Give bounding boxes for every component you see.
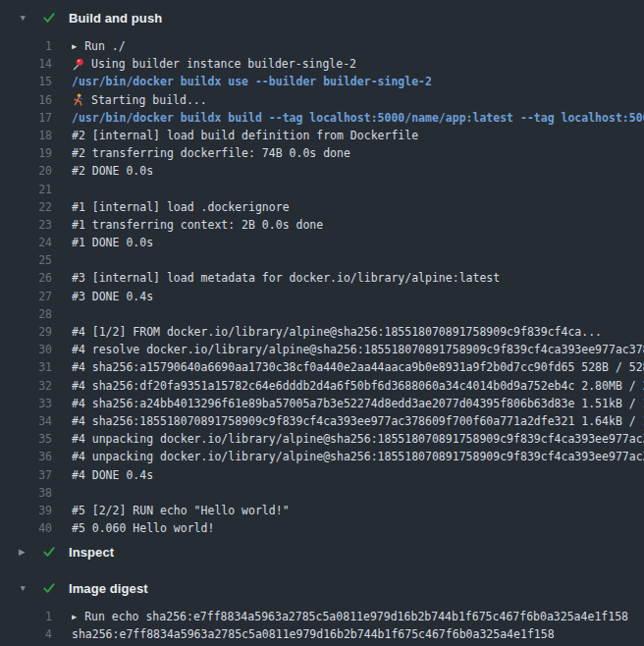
line-number[interactable]: 30 [0,341,52,358]
line-number[interactable]: 17 [0,109,52,127]
log-text: #4 sha256:a24bb4013296f61e89ba57005a7b3e… [72,395,644,412]
check-icon [42,582,69,594]
log-line: 28 [0,305,644,323]
log-line-text: /usr/bin/docker buildx build --tag local… [72,109,644,127]
line-number[interactable]: 38 [0,484,52,502]
line-number[interactable]: 16 [0,91,52,109]
log-line-text: #3 [internal] load metadata for docker.i… [72,269,644,287]
log-text: #2 transferring dockerfile: 74B 0.0s don… [72,144,350,162]
log-line: 30#4 resolve docker.io/library/alpine@sh… [0,341,644,358]
log-line-text: #2 transferring dockerfile: 74B 0.0s don… [72,144,644,162]
log-text: #1 [internal] load .dockerignore [72,198,290,216]
log-line: 29#4 [1/2] FROM docker.io/library/alpine… [0,323,644,341]
log-text: #3 [internal] load metadata for docker.i… [72,269,500,287]
line-number[interactable]: 19 [0,144,52,162]
log-text: #2 [internal] load build definition from… [72,127,418,144]
line-number[interactable]: 37 [0,466,52,484]
line-number[interactable]: 25 [0,251,52,269]
log-text: /usr/bin/docker buildx build --tag local… [72,109,644,127]
log-line-text: #5 0.060 Hello world! [72,519,644,537]
line-number[interactable]: 24 [0,234,52,251]
log-line-text: Starting build... [72,91,644,109]
log-text: #4 unpacking docker.io/library/alpine@sh… [72,448,644,465]
log-line-text: /usr/bin/docker buildx use --builder bui… [72,73,644,90]
log-line-text: #4 sha256:a24bb4013296f61e89ba57005a7b3e… [72,395,644,412]
log-text: #5 0.060 Hello world! [72,519,214,537]
log-line: 37#4 DONE 0.4s [0,466,644,484]
section-body-image-digest: 1▶Run echo sha256:e7ff8834a5963a2785c5a0… [0,603,644,643]
log-line: 23#1 transferring context: 2B 0.0s done [0,216,644,234]
log-line: 16Starting build... [0,91,644,109]
log-line-text: #4 resolve docker.io/library/alpine@sha2… [72,341,644,358]
line-number[interactable]: 33 [0,395,52,412]
log-text: #1 transferring context: 2B 0.0s done [72,216,323,234]
log-line-text: #1 [internal] load .dockerignore [72,198,644,216]
section-body-build-and-push: 1▶Run ./14Using builder instance builder… [0,32,644,537]
line-number[interactable]: 28 [0,305,52,323]
line-number[interactable]: 18 [0,127,52,144]
log-text: Run echo sha256:e7ff8834a5963a2785c5a081… [84,608,628,625]
log-line-text: #4 [1/2] FROM docker.io/library/alpine@s… [72,323,644,341]
log-text: /usr/bin/docker buildx use --builder bui… [72,73,432,90]
log-line-text [72,305,644,323]
log-text: #2 DONE 0.0s [72,162,153,180]
log-line: 17/usr/bin/docker buildx build --tag loc… [0,109,644,127]
line-number[interactable]: 35 [0,430,52,448]
log-line-text: #4 unpacking docker.io/library/alpine@sh… [72,430,644,448]
play-icon[interactable]: ▶ [72,42,77,51]
log-line-text [72,181,644,198]
log-line-text: #1 transferring context: 2B 0.0s done [72,216,644,234]
line-number[interactable]: 1 [0,608,52,625]
section-header-inspect[interactable]: ▶Inspect [0,537,644,566]
line-number[interactable]: 40 [0,519,52,537]
line-number[interactable]: 14 [0,55,52,73]
log-line-text: #1 DONE 0.0s [72,234,644,251]
log-text: #4 resolve docker.io/library/alpine@sha2… [72,341,644,358]
log-line: 19#2 transferring dockerfile: 74B 0.0s d… [0,144,644,162]
check-icon [42,12,69,24]
log-text: Run ./ [84,37,126,55]
log-section-build-and-push: ▼Build and push1▶Run ./14Using builder i… [0,3,644,537]
log-line-text: #2 [internal] load build definition from… [72,127,644,144]
line-number[interactable]: 4 [0,625,52,643]
log-line: 1▶Run echo sha256:e7ff8834a5963a2785c5a0… [0,608,644,625]
log-line-text: Using builder instance builder-single-2 [72,55,644,73]
chevron-down-icon[interactable]: ▼ [19,584,42,593]
line-number[interactable]: 20 [0,162,52,180]
chevron-right-icon[interactable]: ▶ [19,548,42,557]
line-number[interactable]: 36 [0,448,52,465]
line-number[interactable]: 29 [0,323,52,341]
log-line-text: #3 DONE 0.4s [72,288,644,305]
line-number[interactable]: 32 [0,377,52,395]
log-text: #1 DONE 0.0s [72,234,153,251]
line-number[interactable]: 15 [0,73,52,90]
log-line: 32#4 sha256:df20fa9351a15782c64e6dddb2d4… [0,377,644,395]
log-line: 4sha256:e7ff8834a5963a2785c5a0811e979d16… [0,625,644,643]
log-line-text: ▶Run ./ [72,37,644,55]
runner-icon [72,93,84,106]
line-number[interactable]: 1 [0,37,52,55]
line-number[interactable]: 21 [0,181,52,198]
log-text: #4 DONE 0.4s [72,466,153,484]
line-number[interactable]: 34 [0,412,52,430]
log-text: #4 sha256:a15790640a6690aa1730c38cf0a440… [72,358,644,376]
line-number[interactable]: 23 [0,216,52,234]
line-number[interactable]: 39 [0,502,52,519]
log-line-text: #4 sha256:df20fa9351a15782c64e6dddb2d4a6… [72,377,644,395]
play-icon[interactable]: ▶ [72,613,77,621]
line-number[interactable]: 27 [0,288,52,305]
log-line-text [72,251,644,269]
log-line: 21 [0,181,644,198]
log-line: 27#3 DONE 0.4s [0,288,644,305]
line-number[interactable]: 26 [0,269,52,287]
log-line: 38 [0,484,644,502]
check-icon [42,546,69,558]
chevron-down-icon[interactable]: ▼ [19,14,42,23]
log-text: #4 sha256:185518070891758909c9f839cf4ca3… [72,412,644,430]
section-title: Build and push [69,11,162,26]
section-header-image-digest[interactable]: ▼Image digest [0,573,644,603]
section-header-build-and-push[interactable]: ▼Build and push [0,3,644,32]
line-number[interactable]: 31 [0,358,52,376]
line-number[interactable]: 22 [0,198,52,216]
log-line: 39#5 [2/2] RUN echo "Hello world!" [0,502,644,519]
